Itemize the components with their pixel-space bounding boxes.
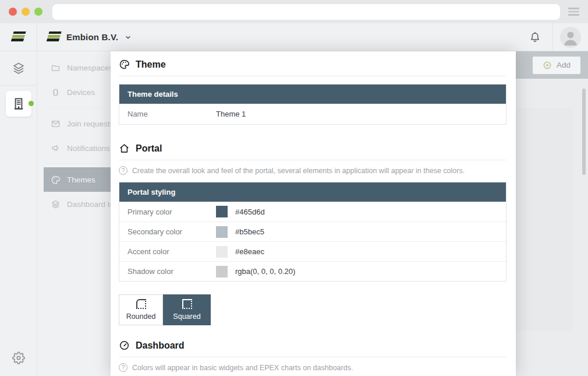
portal-styling-table: Portal styling Primary color #465d6d Sec… (119, 182, 506, 282)
row-label: Primary color (127, 208, 216, 216)
user-menu (552, 23, 588, 51)
layers-icon (12, 61, 26, 75)
theme-panel: Theme Theme details Name Theme 1 Portal … (111, 51, 516, 376)
table-header: Portal styling (119, 182, 506, 202)
color-swatch[interactable] (216, 226, 228, 238)
section-title: Portal (136, 143, 162, 154)
button-label: Rounded (126, 312, 156, 321)
embion-logo-icon (10, 31, 26, 43)
rail-item-organization-active[interactable] (6, 91, 31, 117)
window-controls (9, 8, 42, 16)
divider (119, 76, 506, 76)
table-header: Theme details (119, 85, 506, 104)
browser-menu-icon[interactable] (568, 8, 579, 16)
dashboard-description: ? Colors will appear in basic widgets an… (119, 363, 506, 372)
section-title: Dashboard (136, 340, 185, 351)
portal-section-heading: Portal (119, 143, 506, 154)
zoom-window-button[interactable] (34, 8, 42, 16)
notifications-bell-icon[interactable] (518, 31, 552, 44)
divider (119, 160, 506, 160)
table-row-secondary-color[interactable]: Secondary color #b5bec5 (119, 222, 506, 241)
address-bar-input[interactable] (52, 4, 560, 20)
online-status-dot (29, 101, 34, 106)
gear-icon (12, 352, 25, 364)
home-icon (119, 143, 130, 154)
table-row-accent-color[interactable]: Accent color #e8eaec (119, 241, 506, 261)
gauge-icon (119, 340, 130, 351)
color-value: #e8eaec (235, 247, 264, 256)
browser-chrome (0, 0, 588, 23)
theme-section-heading: Theme (119, 59, 506, 70)
theme-details-table: Theme details Name Theme 1 (119, 84, 506, 125)
table-row-shadow-color[interactable]: Shadow color rgba(0, 0, 0, 0.20) (119, 261, 506, 281)
navigation-rail (0, 51, 37, 376)
button-label: Squared (173, 312, 200, 321)
app-logo-cell (0, 23, 37, 51)
divider (119, 357, 506, 357)
rail-item-namespaces[interactable] (0, 61, 37, 75)
row-label: Secondary color (127, 227, 216, 236)
row-label: Accent color (127, 247, 216, 256)
color-swatch[interactable] (216, 246, 228, 258)
user-avatar[interactable] (560, 27, 581, 48)
color-value: #465d6d (235, 208, 265, 216)
help-circle-icon: ? (119, 166, 127, 175)
rail-divider (0, 85, 37, 86)
header-actions (518, 23, 588, 51)
organization-name: Embion B.V. (66, 32, 118, 42)
color-swatch[interactable] (216, 206, 228, 217)
dashboard-description-text: Colors will appear in basic widgets and … (132, 364, 353, 372)
corner-style-toggle: Rounded Squared (119, 294, 506, 325)
minimize-window-button[interactable] (22, 8, 30, 16)
embion-logo-icon (46, 31, 61, 43)
table-row-primary-color[interactable]: Primary color #465d6d (119, 202, 506, 222)
organization-selector[interactable]: Embion B.V. (37, 31, 132, 43)
row-label: Shadow color (127, 267, 216, 276)
row-value: Theme 1 (216, 110, 246, 118)
table-row-name[interactable]: Name Theme 1 (119, 104, 506, 124)
section-title: Theme (136, 59, 166, 70)
help-circle-icon: ? (119, 363, 127, 372)
squared-corner-icon (182, 299, 192, 309)
color-value: rgba(0, 0, 0, 0.20) (235, 267, 295, 276)
rail-item-settings[interactable] (0, 352, 37, 364)
close-window-button[interactable] (9, 8, 17, 16)
app-header: Embion B.V. (0, 23, 588, 51)
app-body: Namespaces Devices Join requests Notific… (0, 51, 588, 376)
rounded-corner-icon (136, 299, 146, 309)
squared-corners-button[interactable]: Squared (163, 294, 211, 325)
palette-icon (119, 59, 130, 70)
color-value: #b5bec5 (235, 227, 264, 236)
row-label: Name (127, 110, 216, 118)
color-swatch[interactable] (216, 266, 228, 277)
dashboard-section-heading: Dashboard (119, 340, 506, 351)
rounded-corners-button[interactable]: Rounded (119, 294, 163, 325)
building-icon (11, 96, 26, 111)
chevron-down-icon (125, 34, 132, 41)
portal-description-text: Create the overall look and feel of the … (132, 167, 465, 175)
portal-description: ? Create the overall look and feel of th… (119, 166, 506, 175)
